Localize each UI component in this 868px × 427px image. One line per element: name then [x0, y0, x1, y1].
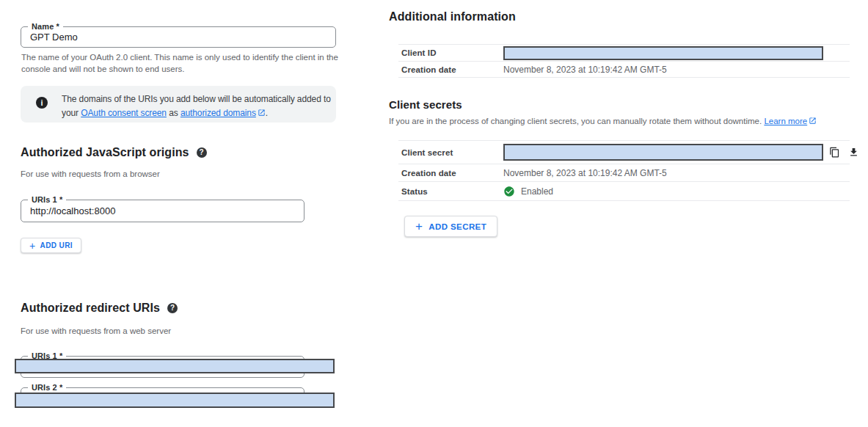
- add-uri-button[interactable]: + ADD URI: [21, 238, 81, 253]
- secret-creation-date-value: November 8, 2023 at 10:19:42 AM GMT-5: [503, 168, 667, 178]
- client-secret-label: Client secret: [398, 148, 503, 157]
- external-link-icon: [809, 117, 817, 126]
- js-origins-heading: Authorized JavaScript origins ?: [21, 146, 207, 159]
- info-text-end: .: [266, 108, 268, 118]
- table-row: Client secret: [398, 141, 850, 164]
- authorized-domains-link[interactable]: authorized domains: [180, 108, 256, 118]
- oauth-client-page: Name * GPT Demo The name of your OAuth 2…: [0, 0, 868, 427]
- plus-icon: +: [29, 240, 36, 252]
- status-label: Status: [398, 187, 503, 196]
- redirect-uris-subtitle: For use with requests from a web server: [21, 326, 171, 335]
- js-origins-title: Authorized JavaScript origins: [21, 146, 189, 159]
- client-id-redacted-value: [503, 46, 823, 60]
- plus-icon: +: [415, 219, 423, 234]
- table-row: Creation date November 8, 2023 at 10:19:…: [398, 164, 850, 182]
- client-name-value[interactable]: GPT Demo: [21, 27, 335, 47]
- additional-info-heading: Additional information: [389, 10, 516, 23]
- redirect-uri-1-redacted-value: [15, 359, 335, 373]
- redirect-uri-2-label: URIs 2 *: [28, 383, 66, 393]
- help-icon[interactable]: ?: [167, 303, 178, 313]
- table-row: Creation date November 8, 2023 at 10:19:…: [398, 62, 850, 78]
- external-link-icon: [258, 107, 266, 121]
- domains-info-note: i The domains of the URIs you add below …: [21, 86, 336, 123]
- domains-info-text: The domains of the URIs you add below wi…: [62, 92, 339, 120]
- redirect-uris-title: Authorized redirect URIs: [21, 302, 160, 315]
- secret-creation-date-label: Creation date: [398, 169, 503, 178]
- js-origin-uri-label: URIs 1 *: [28, 195, 66, 205]
- add-secret-button-label: ADD SECRET: [428, 222, 486, 231]
- client-secret-table: Client secret Creation date November 8, …: [398, 140, 850, 201]
- client-secrets-title: Client secrets: [389, 98, 462, 111]
- client-name-field[interactable]: Name * GPT Demo: [21, 26, 336, 48]
- client-secrets-heading: Client secrets: [389, 98, 462, 111]
- oauth-consent-screen-link[interactable]: OAuth consent screen: [81, 108, 167, 118]
- table-row: Status Enabled: [398, 182, 850, 201]
- client-name-label: Name *: [28, 22, 63, 32]
- add-secret-button[interactable]: + ADD SECRET: [404, 216, 497, 237]
- status-badge: Enabled: [503, 186, 553, 197]
- help-icon[interactable]: ?: [197, 147, 207, 158]
- client-id-label: Client ID: [398, 48, 503, 57]
- additional-info-title: Additional information: [389, 10, 516, 23]
- additional-info-table: Client ID Creation date November 8, 2023…: [398, 44, 850, 78]
- status-value: Enabled: [521, 186, 553, 197]
- check-circle-icon: [503, 186, 515, 197]
- info-text-middle: as: [167, 108, 180, 118]
- download-icon[interactable]: [848, 147, 859, 158]
- info-icon: i: [36, 97, 48, 109]
- secret-actions: [829, 147, 859, 158]
- redirect-uri-2-redacted-value: [15, 393, 335, 408]
- redirect-uris-heading: Authorized redirect URIs ?: [21, 302, 178, 315]
- js-origins-subtitle: For use with requests from a browser: [21, 169, 160, 178]
- learn-more-link[interactable]: Learn more: [764, 117, 807, 125]
- creation-date-value: November 8, 2023 at 10:19:42 AM GMT-5: [503, 65, 667, 75]
- creation-date-label: Creation date: [398, 65, 503, 74]
- client-name-helper-text: The name of your OAuth 2.0 client. This …: [21, 51, 342, 76]
- js-origin-uri-field[interactable]: URIs 1 * http://localhost:8000: [21, 200, 304, 222]
- client-secret-redacted-value: [503, 144, 823, 161]
- table-row: Client ID: [398, 45, 850, 62]
- copy-icon[interactable]: [829, 147, 840, 158]
- client-secrets-description: If you are in the process of changing cl…: [389, 117, 817, 126]
- client-secrets-description-text: If you are in the process of changing cl…: [389, 117, 764, 125]
- add-uri-button-label: ADD URI: [40, 241, 73, 249]
